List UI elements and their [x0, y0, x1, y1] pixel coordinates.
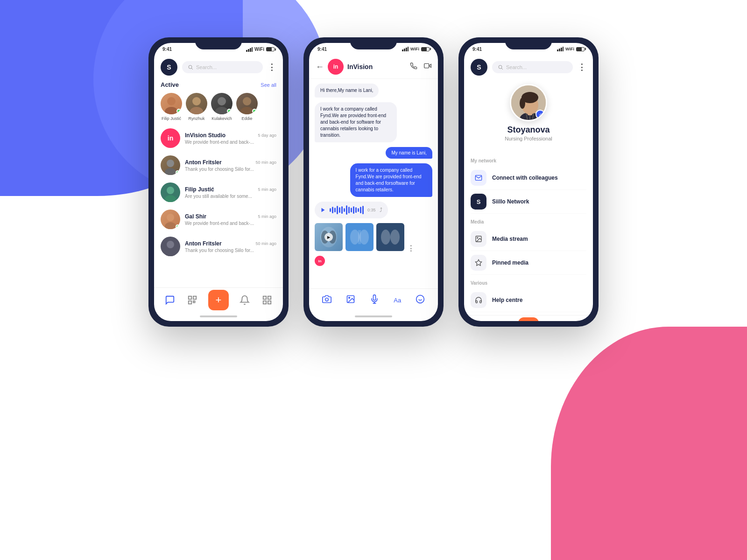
xray-thumb-1[interactable]: ▶ [315, 223, 343, 251]
play-btn[interactable]: ▶ [324, 233, 333, 241]
svg-point-50 [416, 295, 424, 303]
msg-item-invision[interactable]: in InVision Studio 5 day ago We provide … [154, 125, 283, 152]
msg-time-filip: 5 min ago [258, 187, 276, 192]
msg-content-invision: InVision Studio 5 day ago We provide fro… [185, 132, 276, 145]
gallery-input-icon[interactable] [346, 294, 355, 306]
msg-preview-gal: We provide front-end and back-... [185, 221, 276, 226]
wifi-icon-1: WiFi [254, 47, 264, 52]
nav-bell-3[interactable] [548, 321, 561, 322]
notch-3 [505, 37, 552, 49]
wifi-icon-2: WiFi [410, 47, 419, 51]
svg-rect-29 [268, 301, 271, 303]
msg-content-gal: Gal Shir 5 min ago We provide front-end … [185, 213, 276, 226]
svg-point-21 [165, 249, 176, 256]
notch-1 [195, 37, 242, 49]
video-icon[interactable] [424, 62, 431, 71]
profile-title: Nursing Professional [505, 136, 552, 141]
msg-item-filip[interactable]: Filip Justić 5 min ago Are you still ava… [154, 179, 283, 206]
nav-qr-3[interactable] [496, 321, 509, 322]
p3-header: S Search... ⋮ [464, 56, 593, 79]
nav-chat-3[interactable] [473, 321, 486, 322]
nav-grid-1[interactable] [261, 294, 274, 307]
msg-time-anton2: 50 min ago [255, 241, 276, 246]
various-section: Various Help centre [464, 278, 593, 315]
xray-thumb-3[interactable] [376, 223, 404, 251]
svg-point-12 [243, 97, 251, 105]
chat-contact-name: InVision [347, 63, 406, 70]
status-icons-1: WiFi [246, 47, 275, 52]
bell-icon-1 [240, 295, 250, 305]
svg-rect-25 [193, 301, 195, 302]
menu-dots-3[interactable]: ⋮ [578, 63, 586, 71]
mail-icon [475, 174, 482, 182]
image-group: ▶ [315, 223, 415, 251]
status-icons-3: WiFi [557, 47, 585, 51]
p1-header: S Search... ⋮ [154, 56, 283, 79]
xray-thumb-2[interactable] [345, 223, 374, 251]
mic-icon [370, 294, 379, 304]
battery-icon-2 [421, 47, 430, 51]
gallery-icon [346, 294, 355, 304]
svg-rect-0 [246, 50, 247, 52]
voice-message[interactable]: 0:35 ⤴ [315, 202, 388, 218]
active-contact-3[interactable]: Kulakevich [211, 93, 233, 121]
text-input-icon[interactable]: Aa [394, 297, 401, 304]
help-centre-item[interactable]: Help centre [471, 288, 586, 312]
svg-rect-32 [406, 48, 407, 51]
search-bar-3[interactable]: Search... [492, 61, 573, 73]
svg-rect-30 [402, 49, 403, 51]
pinned-media-item[interactable]: Pinned media [471, 251, 586, 275]
nav-grid-3[interactable] [571, 321, 584, 322]
nav-add-btn-3[interactable]: + [518, 317, 539, 322]
svg-rect-42 [358, 230, 361, 244]
screen-2: 9:41 WiFi ← in In [309, 43, 438, 321]
nav-bell-1[interactable] [238, 294, 251, 307]
nav-chat-1[interactable] [163, 294, 176, 307]
status-icons-2: WiFi [402, 47, 430, 51]
image-options: ⋮ [407, 223, 415, 251]
my-network-label: My network [471, 158, 586, 163]
msg-item-gal[interactable]: Gal Shir 5 min ago We provide front-end … [154, 206, 283, 233]
emoji-input-icon[interactable] [416, 294, 425, 306]
signal-icon-2 [402, 47, 409, 51]
active-contact-2[interactable]: Rynzhuk [186, 93, 207, 121]
svg-point-13 [240, 107, 254, 114]
phone-icon [410, 62, 417, 70]
see-all-link[interactable]: See all [261, 82, 276, 88]
bubble-sent-1: I work for a company called Fynd.We are … [350, 163, 432, 197]
xray-img-2 [345, 223, 374, 251]
user-avatar-3[interactable]: S [471, 59, 487, 76]
nav-add-btn-1[interactable]: + [208, 290, 229, 310]
svg-rect-22 [189, 296, 191, 299]
user-avatar-1[interactable]: S [161, 59, 177, 76]
contact-avatar-kulakevich [211, 93, 233, 114]
filip-face [161, 182, 180, 202]
svg-marker-34 [429, 64, 431, 68]
active-contact-4[interactable]: Eddie [236, 93, 258, 121]
bottom-nav-1: + [154, 287, 283, 312]
msg-item-anton2[interactable]: Anton Fritsler 50 min ago Thank you for … [154, 233, 283, 260]
media-stream-item[interactable]: Media stream [471, 227, 586, 251]
active-title: Active [161, 81, 179, 88]
svg-point-45 [325, 298, 328, 301]
back-button[interactable]: ← [316, 62, 324, 72]
search-bar-1[interactable]: Search... [182, 61, 263, 73]
face-svg-2 [186, 93, 207, 114]
menu-dots-1[interactable]: ⋮ [268, 63, 276, 71]
connect-colleagues-item[interactable]: Connect with colleagues [471, 166, 586, 190]
call-icon[interactable] [410, 62, 417, 71]
media-stream-label: Media stream [492, 236, 528, 242]
svg-point-43 [381, 230, 390, 245]
siillo-network-item[interactable]: S Siillo Network [471, 190, 586, 214]
nav-qr-1[interactable] [186, 294, 199, 307]
svg-point-14 [167, 160, 174, 167]
msg-preview-filip: Are you still available for some... [185, 194, 276, 199]
active-contact-1[interactable]: Filip Justić [161, 93, 182, 121]
camera-input-icon[interactable] [322, 294, 331, 306]
msg-item-anton1[interactable]: Anton Fritsler 50 min ago Thank you for … [154, 152, 283, 179]
pinned-media-icon [471, 255, 486, 271]
wifi-icon-3: WiFi [565, 47, 574, 51]
svg-rect-27 [268, 296, 271, 299]
search-icon-3 [498, 64, 503, 70]
mic-input-icon[interactable] [370, 294, 379, 306]
